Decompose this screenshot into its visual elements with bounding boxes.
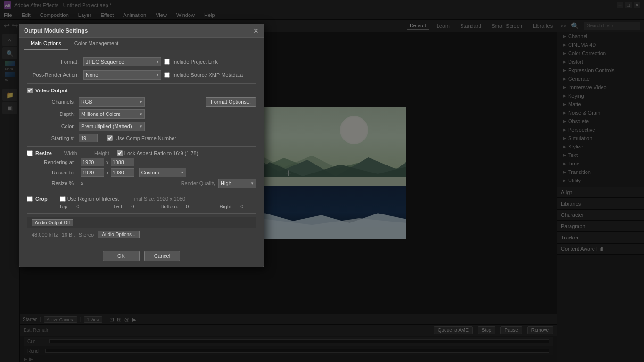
- audio-stereo: Stereo: [79, 232, 94, 238]
- post-render-control: None Include Source XMP Metadata: [83, 70, 256, 80]
- crop-bottom-value: 0: [186, 204, 201, 209]
- output-module-dialog: Output Module Settings ✕ Main Options Co…: [19, 24, 264, 267]
- color-row: Color: Premultiplied (Matted): [41, 122, 256, 131]
- resize-pct-x: x: [81, 181, 83, 186]
- dialog-close-button[interactable]: ✕: [253, 27, 259, 34]
- cancel-button[interactable]: Cancel: [144, 251, 180, 261]
- depth-row: Depth: Millions of Colors: [41, 109, 256, 119]
- starting-label: Starting #:: [41, 135, 79, 141]
- resize-pct-label: Resize %:: [41, 181, 79, 186]
- format-control: JPEG Sequence Include Project Link: [83, 57, 256, 66]
- width-header: Width: [64, 150, 77, 156]
- post-render-select[interactable]: None: [83, 70, 161, 80]
- resize-preset-select[interactable]: Custom: [139, 168, 186, 177]
- include-project-link-checkbox[interactable]: [164, 59, 170, 65]
- render-quality-label: Render Quality: [181, 181, 215, 186]
- include-source-xmp-label: Include Source XMP Metadata: [173, 72, 243, 78]
- format-options-button[interactable]: Format Options...: [206, 97, 256, 107]
- audio-output-toggle[interactable]: Audio Output Off: [32, 219, 73, 226]
- video-output-checkbox[interactable]: [27, 88, 33, 93]
- rendering-at-row: Rendering at: x: [41, 158, 256, 166]
- format-select[interactable]: JPEG Sequence: [83, 57, 161, 66]
- use-comp-frame-label: Use Comp Frame Number: [116, 135, 176, 141]
- lock-aspect-label: Lock Aspect Ratio to 16:9 (1.78): [124, 150, 198, 156]
- resize-section: Resize Width Height Lock Aspect Ratio to…: [27, 150, 256, 188]
- color-select-wrapper: Premultiplied (Matted): [79, 122, 145, 131]
- channels-label: Channels:: [41, 99, 79, 105]
- depth-label: Depth:: [41, 111, 79, 117]
- audio-output-row: 48,000 kHz 16 Bit Stereo Audio Options..…: [32, 231, 256, 238]
- video-output-section-header: Video Output: [27, 88, 256, 93]
- resize-preset-wrapper: Custom: [139, 168, 186, 177]
- crop-section: Crop Use Region of Interest Final Size: …: [27, 196, 256, 209]
- dialog-body: Format: JPEG Sequence Include Project Li…: [19, 50, 264, 245]
- resize-checkbox[interactable]: [27, 150, 33, 156]
- height-header: Height: [94, 150, 109, 156]
- crop-left-value: 0: [131, 204, 147, 209]
- format-row: Format: JPEG Sequence Include Project Li…: [27, 57, 256, 66]
- crop-top-value: 0: [76, 204, 92, 209]
- dialog-title-bar: Output Module Settings ✕: [19, 24, 264, 38]
- lock-aspect-checkbox[interactable]: [117, 150, 123, 156]
- depth-select-wrapper: Millions of Colors: [79, 109, 145, 119]
- crop-top-label: Top:: [41, 204, 73, 209]
- include-project-link-label: Include Project Link: [173, 59, 218, 65]
- video-output-label: Video Output: [35, 88, 68, 93]
- channels-row: Channels: RGB Format Options...: [41, 97, 256, 107]
- post-render-label: Post-Render Action:: [27, 72, 83, 78]
- resize-to-row: Resize to: x Custom: [41, 168, 256, 177]
- audio-section: Audio Output Off: [27, 217, 256, 228]
- divider-3: [27, 192, 256, 192]
- format-select-wrapper: JPEG Sequence: [83, 57, 161, 66]
- post-render-row: Post-Render Action: None Include Source …: [27, 70, 256, 80]
- crop-left-label: Left:: [96, 204, 127, 209]
- color-label: Color:: [41, 123, 79, 129]
- final-size-label: Final Size: 1920 x 1080: [131, 196, 185, 202]
- crop-label: Crop: [35, 196, 48, 202]
- audio-khz: 48,000 kHz: [32, 232, 58, 238]
- resize-to-w-input[interactable]: [81, 168, 104, 177]
- tab-color-management[interactable]: Color Management: [68, 38, 125, 50]
- use-region-checkbox[interactable]: [60, 196, 66, 202]
- tab-main-options[interactable]: Main Options: [24, 38, 68, 50]
- crop-bottom-label: Bottom:: [150, 204, 182, 209]
- crop-values-row: Top: 0 Left: 0 Bottom: 0 Right: 0: [41, 204, 256, 209]
- resize-label: Resize: [35, 150, 52, 156]
- rendering-h-input[interactable]: [111, 158, 134, 166]
- audio-options-button[interactable]: Audio Options...: [98, 231, 140, 238]
- dialog-footer: OK Cancel: [19, 245, 264, 267]
- dialog-tabs: Main Options Color Management: [19, 38, 264, 50]
- use-region-label: Use Region of Interest: [67, 196, 119, 202]
- rendering-at-label: Rendering at:: [41, 159, 79, 165]
- starting-input[interactable]: [79, 134, 98, 142]
- crop-checkbox[interactable]: [27, 196, 33, 202]
- resize-to-label: Resize to:: [41, 170, 79, 175]
- dialog-overlay: Output Module Settings ✕ Main Options Co…: [0, 0, 644, 362]
- crop-right-value: 0: [240, 204, 256, 209]
- crop-right-label: Right:: [205, 204, 237, 209]
- resize-pct-row: Resize %: x Render Quality High: [41, 179, 256, 188]
- divider-4: [27, 213, 256, 214]
- format-label: Format:: [27, 59, 83, 65]
- divider-2: [27, 146, 256, 147]
- resize-to-h-input[interactable]: [111, 168, 134, 177]
- divider-1: [27, 83, 256, 84]
- color-select[interactable]: Premultiplied (Matted): [79, 122, 145, 131]
- starting-row: Starting #: Use Comp Frame Number: [41, 134, 256, 142]
- post-render-select-wrapper: None: [83, 70, 161, 80]
- resize-x-2: x: [106, 170, 109, 175]
- channels-select-wrapper: RGB: [79, 97, 145, 107]
- channels-select[interactable]: RGB: [79, 97, 145, 107]
- ok-button[interactable]: OK: [103, 251, 140, 261]
- use-comp-frame-checkbox[interactable]: [107, 135, 113, 141]
- audio-bit: 16 Bit: [62, 232, 75, 238]
- depth-select[interactable]: Millions of Colors: [79, 109, 145, 119]
- dialog-title: Output Module Settings: [24, 27, 88, 34]
- render-quality-wrapper: High: [218, 179, 256, 188]
- rendering-w-input[interactable]: [81, 158, 104, 166]
- resize-x-1: x: [106, 159, 109, 165]
- render-quality-select[interactable]: High: [218, 179, 256, 188]
- include-source-xmp-checkbox[interactable]: [164, 72, 170, 78]
